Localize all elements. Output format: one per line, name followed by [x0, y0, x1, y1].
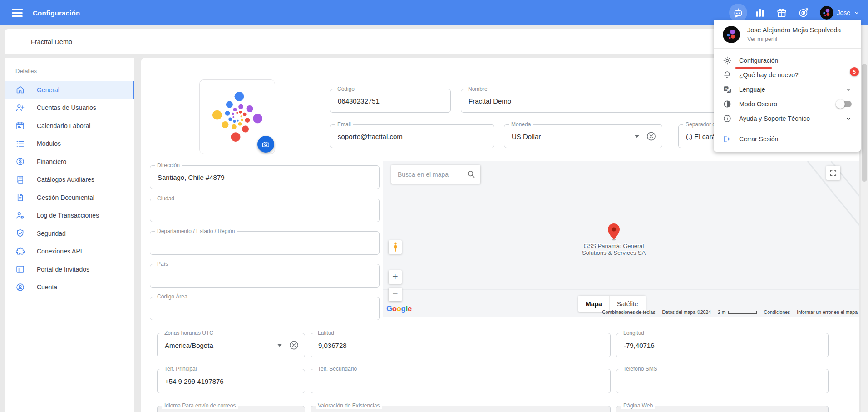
page-title: Configuración — [33, 9, 80, 17]
map-attribution: Combinaciones de teclas Datos del mapa ©… — [602, 309, 858, 315]
user-menu-trigger[interactable]: Jose — [820, 6, 860, 20]
dropdown-caret-icon[interactable] — [635, 135, 639, 138]
page-scrollbar[interactable] — [861, 25, 868, 412]
menu-hamburger-icon[interactable] — [12, 9, 23, 17]
dropdown-caret-icon[interactable] — [277, 344, 282, 347]
assistant-bot-button[interactable] — [729, 4, 747, 22]
change-logo-button[interactable] — [257, 136, 274, 153]
sidebar-item-conexiones-api[interactable]: Conexiones API — [5, 243, 134, 261]
menu-item-que-hay-de-nuevo[interactable]: ¿Qué hay de nuevo? — [714, 68, 861, 82]
zonas-horarias-select[interactable]: Zonas horarias UTC America/Bogota — [157, 333, 305, 357]
menu-divider — [714, 129, 861, 129]
sidebar-item-log-de-transacciones[interactable]: Log de Transacciones — [5, 207, 134, 225]
user-menu-header: Jose Alejandro Mejia Sepulveda Ver mi pe… — [714, 20, 861, 49]
person-add-icon — [15, 103, 25, 113]
sidebar-item-portal-de-invitados[interactable]: Portal de Invitados — [5, 260, 134, 278]
dollar-circle-icon — [15, 157, 25, 166]
gear-icon — [723, 56, 732, 65]
map-zoom-in-button[interactable]: + — [389, 270, 402, 284]
account-circle-icon — [15, 283, 25, 292]
map-gridline — [664, 161, 664, 317]
scrollbar-thumb[interactable] — [862, 64, 867, 182]
menu-item-configuracion[interactable]: Configuración — [714, 53, 861, 68]
fullscreen-icon — [829, 169, 837, 177]
codigo-field[interactable]: Código 06430232751 — [330, 89, 451, 113]
sidebar-item-gestion-documental[interactable]: Gestión Documental — [5, 189, 134, 207]
longitud-field[interactable]: Longitud -79,40716 — [616, 333, 829, 357]
user-dropdown-menu: Jose Alejandro Mejia Sepulveda Ver mi pe… — [714, 20, 861, 152]
view-profile-link[interactable]: Ver mi perfil — [747, 36, 777, 42]
pais-field[interactable]: País — [150, 264, 380, 288]
goals-button[interactable] — [794, 4, 813, 22]
browser-window-icon — [15, 264, 25, 274]
fracttal-dots-logo — [208, 88, 266, 146]
telefono-sms-field[interactable]: Teléfono SMS — [616, 369, 829, 393]
menu-item-modo-oscuro[interactable]: Modo Oscuro — [714, 97, 861, 111]
map-marker-label[interactable]: GSS Panamá: General Solutions & Services… — [559, 243, 668, 257]
direccion-field[interactable]: Dirección Santiago, Chile #4879 — [150, 165, 380, 189]
sidebar-item-general[interactable]: General — [5, 81, 134, 99]
chevron-down-icon[interactable] — [845, 86, 852, 93]
keyboard-shortcuts-link[interactable]: Combinaciones de teclas — [602, 309, 655, 315]
telf-principal-field[interactable]: Telf. Principal +54 9 299 4197876 — [157, 369, 305, 393]
pagina-web-field[interactable]: Página Web — [616, 406, 829, 412]
clear-icon[interactable] — [289, 340, 299, 351]
map-marker-pin[interactable] — [607, 223, 620, 241]
bar-chart-icon — [755, 7, 765, 18]
target-icon — [798, 7, 809, 18]
map-gridline — [769, 161, 769, 317]
street-view-pegman[interactable] — [389, 240, 402, 254]
calendar-icon — [15, 121, 25, 130]
report-error-link[interactable]: Informar un error en el mapa — [797, 309, 858, 315]
document-icon — [15, 193, 25, 202]
scale-bar — [728, 311, 757, 314]
menu-item-lenguaje[interactable]: A Z Lenguaje — [714, 82, 861, 97]
shield-check-icon — [15, 228, 25, 238]
user-full-name: Jose Alejandro Mejia Sepulveda — [747, 26, 841, 34]
dark-mode-toggle[interactable] — [837, 101, 852, 107]
sidebar-item-seguridad[interactable]: Seguridad — [5, 224, 134, 243]
home-icon — [15, 85, 25, 94]
latitud-field[interactable]: Latitud 9,036728 — [311, 333, 611, 357]
search-icon[interactable] — [466, 169, 476, 179]
sidebar-item-modulos[interactable]: Módulos — [5, 135, 134, 153]
clear-icon[interactable] — [646, 131, 656, 142]
menu-item-cerrar-sesion[interactable]: Cerrar Sesión — [714, 132, 861, 146]
user-avatar — [820, 6, 833, 20]
breadcrumb: Fracttal Demo — [31, 38, 72, 45]
sidebar-item-cuenta[interactable]: Cuenta — [5, 278, 134, 297]
logout-icon — [723, 134, 732, 144]
analytics-button[interactable] — [751, 4, 769, 22]
idioma-correos-select[interactable]: Idioma Para envío de correos — [157, 406, 305, 412]
departamento-field[interactable]: Departamento / Estado / Región — [150, 231, 380, 255]
whats-new-gift-button[interactable] — [773, 4, 791, 22]
map-zoom-out-button[interactable]: − — [389, 288, 402, 301]
map-data-label: Datos del mapa ©2024 — [662, 309, 711, 315]
notification-badge: 5 — [850, 67, 859, 76]
map-scale: 2 m — [718, 309, 757, 315]
map-fullscreen-button[interactable] — [826, 166, 840, 180]
sidebar-item-calendario-laboral[interactable]: Calendario Laboral — [5, 117, 134, 135]
google-map[interactable]: + − GSS Panamá: General Solutions & Serv… — [383, 161, 859, 317]
svg-text:Z: Z — [728, 89, 730, 92]
ciudad-field[interactable]: Ciudad — [150, 199, 380, 222]
telf-secundario-field[interactable]: Telf. Secundario — [311, 369, 611, 393]
sidebar-item-catalogos-auxiliares[interactable]: Catálogos Auxiliares — [5, 171, 134, 189]
pegman-icon — [392, 242, 399, 252]
sidebar-item-cuentas-de-usuarios[interactable]: Cuentas de Usuarios — [5, 99, 134, 117]
map-gridline — [559, 161, 559, 317]
moneda-select[interactable]: Moneda US Dollar — [504, 124, 662, 148]
user-avatar-large — [723, 26, 740, 43]
book-icon — [15, 175, 25, 184]
email-field[interactable]: Email soporte@fracttal.com — [330, 124, 494, 148]
map-gridline — [383, 289, 859, 290]
valoracion-existencias-select[interactable]: Valoración de Existencias — [311, 406, 611, 412]
codigo-area-field[interactable]: Código Área — [150, 297, 380, 320]
terms-link[interactable]: Condiciones — [764, 309, 790, 315]
bell-icon — [723, 70, 732, 79]
gift-icon — [776, 7, 787, 18]
sidebar-item-financiero[interactable]: Financiero — [5, 153, 134, 171]
chevron-down-icon[interactable] — [845, 115, 852, 122]
menu-item-ayuda-soporte[interactable]: Ayuda y Soporte Técnico — [714, 111, 861, 126]
google-logo[interactable]: Google — [386, 304, 412, 313]
